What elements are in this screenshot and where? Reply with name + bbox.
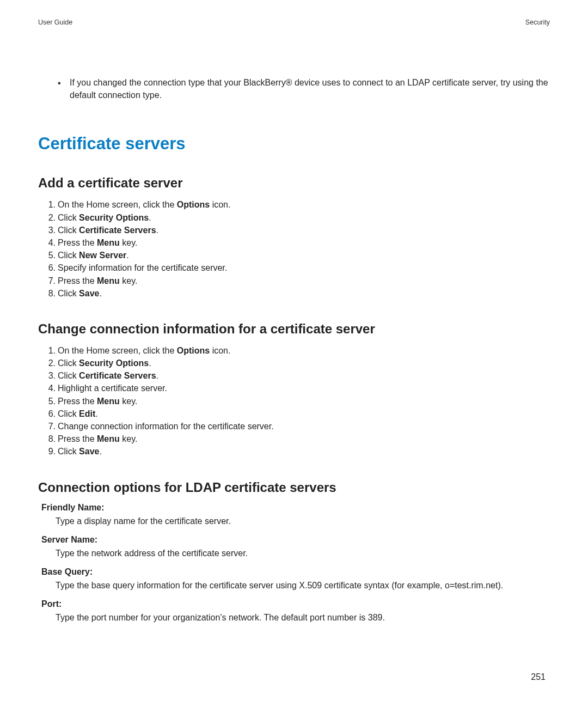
running-header-left: User Guide xyxy=(38,19,72,26)
list-item: Click Certificate Servers. xyxy=(58,369,550,382)
document-page: User Guide Security • If you changed the… xyxy=(0,0,588,706)
bold-term: Certificate Servers xyxy=(79,371,156,380)
subheading-change-connection-info: Change connection information for a cert… xyxy=(38,321,550,337)
option-definition: Type a display name for the certificate … xyxy=(56,515,550,527)
list-item: Click Save. xyxy=(58,287,550,300)
bold-term: Security Options xyxy=(79,213,149,222)
list-item: Click Save. xyxy=(58,445,550,458)
bold-term: Menu xyxy=(97,397,120,406)
list-item: • If you changed the connection type tha… xyxy=(58,76,550,101)
running-header: User Guide Security xyxy=(38,19,550,26)
connection-options-list: Friendly Name:Type a display name for th… xyxy=(41,503,550,624)
bold-term: Options xyxy=(177,200,210,209)
option-term: Friendly Name: xyxy=(41,503,550,513)
bold-term: Save xyxy=(79,447,99,456)
list-item: On the Home screen, click the Options ic… xyxy=(58,344,550,357)
list-item: Press the Menu key. xyxy=(58,275,550,287)
option-term: Server Name: xyxy=(41,535,550,545)
list-item: Press the Menu key. xyxy=(58,433,550,445)
bullet-icon: • xyxy=(58,76,70,89)
intro-bullet-text: If you changed the connection type that … xyxy=(70,76,550,101)
running-header-right: Security xyxy=(525,19,550,26)
bold-term: Save xyxy=(79,289,99,298)
list-item: Highlight a certificate server. xyxy=(58,382,550,394)
list-item: Press the Menu key. xyxy=(58,236,550,249)
list-item: Press the Menu key. xyxy=(58,395,550,407)
list-item: Click Certificate Servers. xyxy=(58,224,550,236)
list-item: Click Edit. xyxy=(58,407,550,420)
list-item: Click New Server. xyxy=(58,249,550,261)
subheading-connection-options-ldap: Connection options for LDAP certificate … xyxy=(38,480,550,495)
bold-term: New Server xyxy=(79,251,126,260)
option-term: Port: xyxy=(41,599,550,609)
page-number: 251 xyxy=(531,672,546,682)
list-item: Click Security Options. xyxy=(58,211,550,224)
list-item: Click Security Options. xyxy=(58,357,550,369)
section-heading-certificate-servers: Certificate servers xyxy=(38,134,550,154)
option-definition: Type the port number for your organizati… xyxy=(56,611,550,624)
option-definition: Type the base query information for the … xyxy=(56,579,550,592)
bold-term: Security Options xyxy=(79,358,149,368)
list-item: Change connection information for the ce… xyxy=(58,420,550,433)
subheading-add-certificate-server: Add a certificate server xyxy=(38,175,550,191)
list-item: Specify information for the certificate … xyxy=(58,261,550,274)
bold-term: Menu xyxy=(97,276,120,285)
intro-bullet-list: • If you changed the connection type tha… xyxy=(58,76,550,101)
bold-term: Options xyxy=(177,346,210,355)
option-definition: Type the network address of the certific… xyxy=(56,547,550,559)
bold-term: Menu xyxy=(97,238,120,247)
steps-add-certificate-server: On the Home screen, click the Options ic… xyxy=(38,198,550,300)
list-item: On the Home screen, click the Options ic… xyxy=(58,198,550,211)
bold-term: Menu xyxy=(97,434,120,443)
bold-term: Edit xyxy=(79,409,95,418)
option-term: Base Query: xyxy=(41,567,550,577)
steps-change-connection-info: On the Home screen, click the Options ic… xyxy=(38,344,550,458)
bold-term: Certificate Servers xyxy=(79,226,156,235)
